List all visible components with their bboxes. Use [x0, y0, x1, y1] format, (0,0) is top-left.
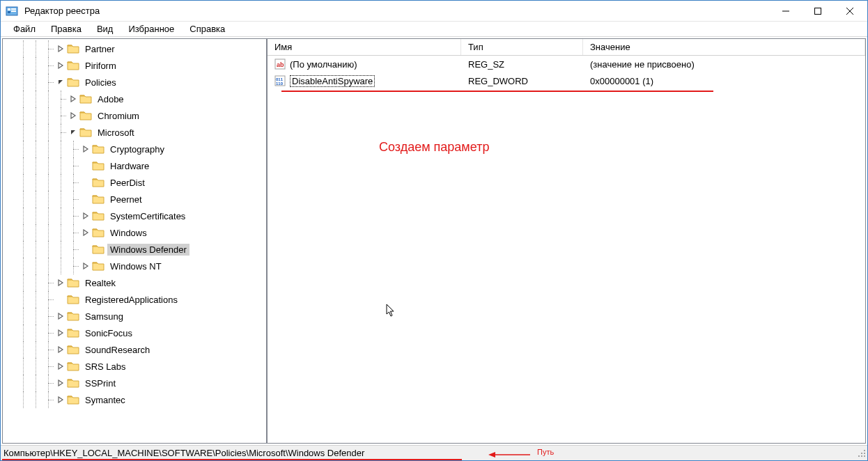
chevron-right-icon[interactable]: [79, 210, 92, 222]
chevron-down-icon[interactable]: [54, 76, 67, 88]
tree-spacer: [79, 176, 92, 189]
folder-icon: [67, 293, 79, 306]
folder-icon: [92, 226, 104, 239]
chevron-right-icon[interactable]: [54, 327, 67, 339]
tree-item-label: Microsoft: [95, 127, 137, 139]
tree-spacer: [79, 193, 92, 205]
menu-view[interactable]: Вид: [90, 22, 121, 36]
resize-grip[interactable]: [858, 449, 866, 459]
tree-item-label: Symantec: [82, 394, 128, 406]
menu-file[interactable]: Файл: [6, 22, 42, 36]
folder-icon: [79, 126, 92, 139]
folder-icon: [67, 393, 79, 406]
chevron-right-icon[interactable]: [54, 59, 67, 72]
tree-item[interactable]: SystemCertificates: [3, 208, 266, 224]
tree-panel[interactable]: PartnerPiriformPoliciesAdobeChromiumMicr…: [2, 38, 267, 444]
tree-item-label: Piriform: [82, 60, 119, 72]
chevron-right-icon[interactable]: [54, 360, 67, 373]
maximize-button[interactable]: [802, 1, 834, 21]
svg-rect-3: [11, 10, 16, 12]
chevron-right-icon[interactable]: [67, 93, 79, 105]
close-button[interactable]: [834, 1, 866, 21]
annotation-path-label: Путь: [537, 448, 554, 456]
value-name[interactable]: DisableAntiSpyware: [290, 75, 375, 87]
tree-item[interactable]: Partner: [3, 40, 266, 57]
folder-icon: [92, 210, 104, 222]
tree-item[interactable]: SoundResearch: [3, 341, 266, 358]
status-path: Компьютер\HKEY_LOCAL_MACHINE\SOFTWARE\Po…: [3, 448, 364, 458]
tree-item-label: Policies: [82, 77, 119, 88]
tree-item-label: SonicFocus: [82, 327, 135, 339]
value-type: REG_DWORD: [461, 75, 583, 88]
tree-item[interactable]: SRS Labs: [3, 358, 266, 375]
values-panel[interactable]: Имя Тип Значение ab(По умолчанию)REG_SZ(…: [267, 38, 866, 444]
tree-item-label: Partner: [82, 43, 118, 55]
list-row[interactable]: 011110DisableAntiSpywareREG_DWORD0x00000…: [268, 72, 865, 89]
tree-item[interactable]: Samsung: [3, 308, 266, 325]
tree-item-label: RegisteredApplications: [82, 294, 180, 306]
tree-item[interactable]: Windows Defender: [3, 241, 266, 258]
folder-icon: [67, 360, 79, 373]
svg-rect-4: [8, 11, 10, 13]
chevron-right-icon[interactable]: [54, 42, 67, 55]
tree-item[interactable]: Peernet: [3, 191, 266, 208]
chevron-right-icon[interactable]: [67, 109, 79, 122]
chevron-right-icon[interactable]: [79, 143, 92, 155]
column-type[interactable]: Тип: [461, 39, 583, 55]
svg-point-17: [861, 455, 862, 457]
chevron-right-icon[interactable]: [79, 260, 92, 272]
list-row[interactable]: ab(По умолчанию)REG_SZ(значение не присв…: [268, 56, 865, 72]
tree-item[interactable]: SSPrint: [3, 375, 266, 391]
menu-edit[interactable]: Правка: [44, 22, 88, 36]
folder-icon: [67, 377, 79, 389]
chevron-right-icon[interactable]: [54, 343, 67, 356]
chevron-down-icon[interactable]: [67, 126, 79, 139]
svg-point-19: [858, 455, 860, 457]
tree-item[interactable]: RegisteredApplications: [3, 291, 266, 308]
dword-value-icon: 011110: [274, 75, 286, 86]
minimize-button[interactable]: [770, 1, 802, 21]
annotation-arrow-icon: [488, 451, 530, 458]
tree-item-label: Adobe: [95, 93, 127, 105]
folder-icon: [92, 176, 104, 189]
tree-item[interactable]: Symantec: [3, 391, 266, 408]
tree-item-label: Realtek: [82, 277, 118, 289]
column-value[interactable]: Значение: [583, 39, 865, 55]
tree-item[interactable]: Piriform: [3, 57, 266, 74]
annotation-underline-path: [2, 459, 462, 460]
window-title: Редактор реестра: [24, 6, 100, 16]
svg-rect-1: [8, 8, 10, 10]
tree-item-label: SRS Labs: [82, 361, 129, 373]
tree-item[interactable]: Windows: [3, 224, 266, 241]
chevron-right-icon[interactable]: [79, 226, 92, 239]
tree-item-label: Peernet: [107, 194, 145, 205]
tree-item-label: SSPrint: [82, 377, 118, 389]
annotation-underline-row: [281, 91, 713, 92]
tree-item[interactable]: Chromium: [3, 107, 266, 124]
tree-item[interactable]: Adobe: [3, 91, 266, 107]
tree-spacer: [79, 243, 92, 256]
chevron-right-icon[interactable]: [54, 393, 67, 406]
menu-favorites[interactable]: Избранное: [121, 22, 181, 36]
tree-item[interactable]: Microsoft: [3, 124, 266, 141]
chevron-right-icon[interactable]: [54, 276, 67, 289]
tree-item[interactable]: Windows NT: [3, 258, 266, 274]
tree-item-label: Windows NT: [107, 260, 164, 272]
titlebar[interactable]: Редактор реестра: [1, 1, 867, 22]
tree-item[interactable]: SonicFocus: [3, 325, 266, 341]
tree-item[interactable]: PeerDist: [3, 174, 266, 191]
tree-item[interactable]: Cryptography: [3, 141, 266, 157]
chevron-right-icon[interactable]: [54, 377, 67, 389]
list-header[interactable]: Имя Тип Значение: [268, 39, 865, 56]
svg-point-18: [864, 453, 865, 454]
column-name[interactable]: Имя: [268, 39, 461, 55]
folder-icon: [67, 76, 79, 88]
tree-item[interactable]: Hardware: [3, 157, 266, 174]
value-data: 0x00000001 (1): [583, 75, 865, 88]
tree-item-label: Samsung: [82, 311, 126, 322]
chevron-right-icon[interactable]: [54, 310, 67, 322]
tree-item[interactable]: Realtek: [3, 274, 266, 291]
tree-item[interactable]: Policies: [3, 74, 266, 91]
menu-help[interactable]: Справка: [183, 22, 232, 36]
tree-item-label: Cryptography: [107, 143, 167, 155]
